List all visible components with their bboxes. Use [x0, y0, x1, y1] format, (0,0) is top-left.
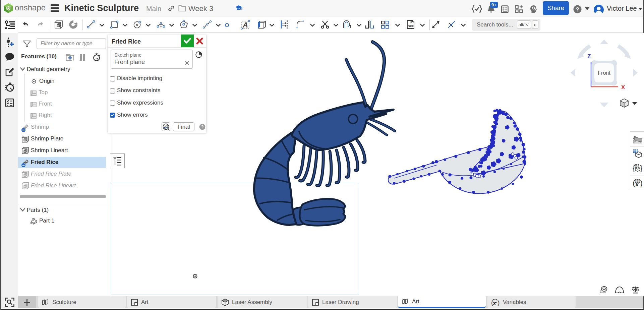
svg-text:Front: Front: [598, 70, 610, 76]
svg-text:): ): [640, 178, 643, 187]
svg-text:?: ?: [576, 6, 579, 13]
svg-text:X: X: [621, 84, 625, 90]
svg-text:Z: Z: [587, 53, 591, 60]
svg-text:DXF: DXF: [408, 24, 414, 28]
svg-text:(: (: [633, 178, 635, 187]
svg-text:): ): [497, 299, 500, 306]
svg-text:+: +: [160, 24, 162, 28]
svg-text:x: x: [635, 181, 639, 188]
svg-text:?: ?: [201, 124, 204, 129]
svg-text:x: x: [493, 300, 496, 306]
svg-text:A: A: [242, 21, 248, 29]
svg-text:}: }: [640, 164, 642, 172]
